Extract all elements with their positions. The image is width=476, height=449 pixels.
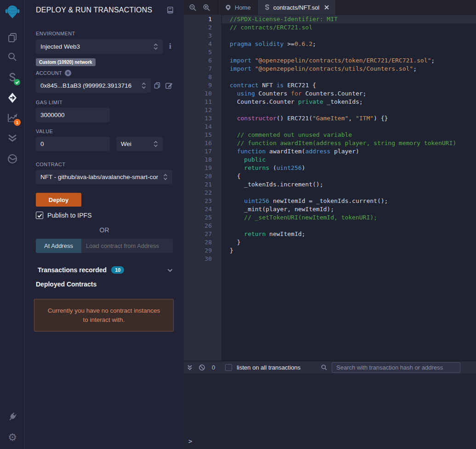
line-number[interactable]: 12 <box>184 106 221 114</box>
line-number[interactable]: 11 <box>184 98 221 106</box>
transactions-recorded-row[interactable]: Transactions recorded 10 <box>38 266 173 274</box>
line-number[interactable]: 30 <box>184 255 221 263</box>
chevron-down-icon[interactable] <box>167 266 173 274</box>
code-line[interactable]: contract NFT is ERC721 { <box>222 81 476 90</box>
value-unit-select[interactable]: Wei <box>116 137 163 151</box>
publish-ipfs-checkbox[interactable] <box>36 212 43 219</box>
line-number[interactable]: 8 <box>184 73 221 81</box>
tab-home[interactable]: Home <box>218 0 258 15</box>
plugin-sphere-icon[interactable] <box>0 153 25 165</box>
gas-limit-input[interactable] <box>36 108 110 122</box>
at-address-input[interactable] <box>81 239 173 253</box>
code-line[interactable]: Counters.Counter private _tokenIds; <box>222 98 476 106</box>
sign-message-icon[interactable] <box>165 82 173 91</box>
code-line[interactable]: constructor() ERC721("GameItem", "ITM") … <box>222 114 476 123</box>
environment-select[interactable]: Injected Web3 <box>36 39 163 54</box>
code-line[interactable]: { <box>222 172 476 180</box>
line-number[interactable]: 16 <box>184 139 221 147</box>
documentation-icon[interactable] <box>167 6 174 16</box>
close-tab-icon[interactable] <box>324 4 329 11</box>
line-number[interactable]: 3 <box>184 32 221 40</box>
line-number[interactable]: 10 <box>184 90 221 98</box>
remix-logo-icon[interactable] <box>2 1 23 22</box>
line-number[interactable]: 6 <box>184 56 221 65</box>
code-line[interactable] <box>222 73 476 81</box>
code-line[interactable]: // _setTokenURI(newItemId, tokenURI); <box>222 213 476 222</box>
code-line[interactable] <box>222 222 476 230</box>
deploy-run-icon[interactable] <box>0 92 25 104</box>
line-number[interactable]: 5 <box>184 48 221 56</box>
line-number[interactable]: 20 <box>184 172 221 180</box>
account-select[interactable]: 0x845...B1aB3 (999992.3913716 <box>36 79 151 93</box>
solidity-compiler-icon[interactable] <box>0 73 25 84</box>
line-number[interactable]: 18 <box>184 156 221 164</box>
deploy-button[interactable]: Deploy <box>36 193 81 207</box>
code-line[interactable]: pragma solidity >=0.6.2; <box>222 40 476 48</box>
code-line[interactable] <box>222 189 476 197</box>
copy-account-icon[interactable] <box>153 82 161 91</box>
code-line[interactable] <box>222 48 476 56</box>
add-account-icon[interactable] <box>65 70 71 76</box>
at-address-button[interactable]: At Address <box>36 239 81 253</box>
code-line[interactable]: // function awardItem(address player, st… <box>222 139 476 147</box>
line-number[interactable]: 9 <box>184 81 221 90</box>
code-line[interactable]: } <box>222 247 476 255</box>
code-line[interactable]: _mint(player, newItemId); <box>222 205 476 213</box>
analytics-icon[interactable]: 1 <box>0 112 25 123</box>
code-line[interactable]: returns (uint256) <box>222 164 476 172</box>
line-number[interactable]: 13 <box>184 114 221 123</box>
line-number[interactable]: 7 <box>184 65 221 73</box>
line-number[interactable]: 17 <box>184 147 221 156</box>
transactions-recorded-label: Transactions recorded <box>38 266 107 274</box>
code-line[interactable]: using Counters for Counters.Counter; <box>222 90 476 98</box>
search-icon[interactable] <box>0 51 25 62</box>
code-line[interactable] <box>222 106 476 114</box>
settings-icon[interactable]: ⚙ <box>0 432 25 443</box>
line-number[interactable]: 14 <box>184 123 221 131</box>
code-line[interactable]: import "@openzeppelin/contracts/token/ER… <box>222 56 476 65</box>
line-number[interactable]: 25 <box>184 213 221 222</box>
code-line[interactable]: // commented out unused variable <box>222 131 476 139</box>
code-editor[interactable]: 1234567891011121314151617181920212223242… <box>184 15 476 361</box>
code-line[interactable]: } <box>222 238 476 247</box>
code-line[interactable]: uint256 newItemId = _tokenIds.current(); <box>222 197 476 205</box>
line-number[interactable]: 29 <box>184 247 221 255</box>
line-number[interactable]: 4 <box>184 40 221 48</box>
code-line[interactable]: //SPDX-License-Identifier: MIT <box>222 15 476 23</box>
line-number[interactable]: 23 <box>184 197 221 205</box>
code-line[interactable]: function awardItem(address player) <box>222 147 476 156</box>
line-number[interactable]: 2 <box>184 23 221 32</box>
contract-select[interactable]: NFT - github/ava-labs/avalanche-smart-co… <box>36 170 172 184</box>
line-number[interactable]: 27 <box>184 230 221 238</box>
unit-testing-icon[interactable] <box>0 132 25 144</box>
code-line[interactable]: _tokenIds.increment(); <box>222 180 476 189</box>
listen-transactions-checkbox[interactable] <box>225 364 232 371</box>
tab-contracts-nft-sol[interactable]: contracts/NFT.sol <box>258 0 336 15</box>
line-number[interactable]: 24 <box>184 205 221 213</box>
plugin-manager-icon[interactable] <box>0 411 25 422</box>
code-line[interactable] <box>222 32 476 40</box>
terminal-output[interactable]: > <box>184 374 476 449</box>
line-number[interactable]: 21 <box>184 180 221 189</box>
file-explorer-icon[interactable] <box>0 32 25 43</box>
line-number[interactable]: 1 <box>184 15 221 23</box>
line-number[interactable]: 22 <box>184 189 221 197</box>
code-line[interactable]: return newItemId; <box>222 230 476 238</box>
line-number[interactable]: 19 <box>184 164 221 172</box>
zoom-in-icon[interactable] <box>199 0 213 15</box>
value-input[interactable] <box>36 137 110 151</box>
code-line[interactable] <box>222 123 476 131</box>
code-line[interactable]: import "@openzeppelin/contracts/utils/Co… <box>222 65 476 73</box>
environment-info-icon[interactable]: i <box>169 42 171 51</box>
line-number[interactable]: 15 <box>184 131 221 139</box>
code-line[interactable]: // contracts/ERC721.sol <box>222 23 476 32</box>
code-line[interactable]: public <box>222 156 476 164</box>
terminal-search-input[interactable] <box>332 362 460 373</box>
expand-terminal-icon[interactable] <box>187 365 193 371</box>
clear-console-icon[interactable] <box>198 364 205 371</box>
terminal-search-icon <box>321 364 328 371</box>
line-number[interactable]: 28 <box>184 238 221 247</box>
line-number[interactable]: 26 <box>184 222 221 230</box>
zoom-out-icon[interactable] <box>186 0 199 15</box>
code-line[interactable] <box>222 255 476 263</box>
